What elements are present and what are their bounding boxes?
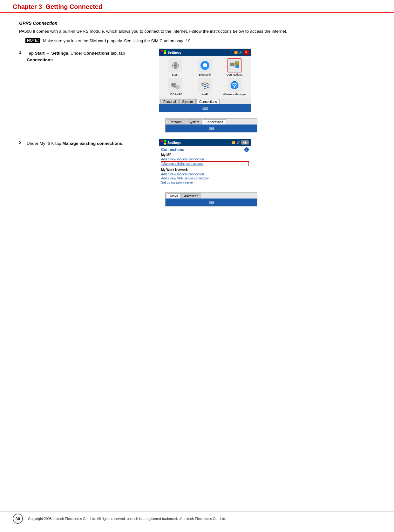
windows-flag-icon-2 <box>161 140 166 145</box>
note-label: NOTE: <box>25 38 40 43</box>
wm-conn-body: Connections ? My ISP Add a new modem con… <box>159 146 251 186</box>
step-2-text: Under My ISP, tap Manage existing connec… <box>27 139 149 186</box>
steps-container: 1. Tap Start → Settings. Under Connectio… <box>19 49 375 206</box>
beam-label: Beam <box>172 73 180 76</box>
wm-titlebar-right-1: 📶 🔊 ✕ <box>234 50 249 55</box>
footer-copyright: Copyright 2008 unitech Electronics Co., … <box>28 517 226 521</box>
svg-rect-27 <box>164 140 166 142</box>
step-2-row: 2. Under My ISP, tap Manage existing con… <box>19 139 375 186</box>
keyboard-icon: ⌨ <box>202 106 208 111</box>
manage-connections-link[interactable]: Manage existing connections <box>161 161 249 166</box>
wm-titlebar-left-1: Settings <box>161 50 181 55</box>
svg-point-25 <box>234 86 235 88</box>
signal-icon-2: 📶 <box>232 141 235 144</box>
signal-icon: 📶 <box>234 51 238 54</box>
wireless-manager-icon-item[interactable]: Wireless Manager <box>221 78 248 96</box>
chapter-title: Chapter 3 Getting Connected <box>13 3 102 10</box>
chapter-prefix: Chapter 3 <box>13 3 42 10</box>
tab-personal-mid[interactable]: Personal <box>167 119 185 125</box>
bluetooth-icon-box: ⬢ <box>198 58 212 72</box>
chapter-main-title: Getting Connected <box>45 3 102 10</box>
beam-icon <box>170 60 180 71</box>
wireless-manager-icon-box <box>228 78 241 92</box>
conn-title: Connections ? <box>161 147 249 152</box>
bluetooth-icon-item[interactable]: ⬢ Bluetooth <box>191 58 219 76</box>
tab-connections-mid[interactable]: Connections <box>203 119 226 125</box>
tab-tasks[interactable]: Tasks <box>167 193 181 199</box>
tab-connections[interactable]: Connections <box>196 99 220 104</box>
step-1-content: 1. Tap Start → Settings. Under Connectio… <box>19 49 375 112</box>
wifi-label: Wi-Fi <box>201 93 208 96</box>
wm-titlebar-left-2: Settings <box>161 140 181 145</box>
help-icon[interactable]: ? <box>244 147 249 152</box>
tab-system[interactable]: System <box>179 99 195 104</box>
svg-rect-11 <box>235 62 239 65</box>
step-1-text: Tap Start → Settings. Under Connections … <box>27 49 149 112</box>
svg-line-20 <box>174 87 177 87</box>
wm-blue-bar-mid: ⌨ <box>166 125 257 132</box>
bluetooth-label: Bluetooth <box>199 73 211 76</box>
wm-title-1: Settings <box>167 51 181 54</box>
speaker-icon: 🔊 <box>239 51 242 54</box>
usb-icon <box>170 80 180 90</box>
step-2-content: 2. Under My ISP, tap Manage existing con… <box>19 139 375 186</box>
wm-tabs-bar-bottom: Tasks Advanced <box>166 193 257 199</box>
wm-blue-bar-bottom: ⌨ <box>166 199 257 206</box>
tabs-only-screenshot: Personal System Connections ⌨ <box>165 118 257 132</box>
ok-button[interactable]: ok <box>241 140 249 145</box>
usb-label: USB to PC <box>169 93 183 96</box>
connections-icon-box <box>228 58 241 72</box>
usb-icon-item[interactable]: USB to PC <box>162 78 189 96</box>
work-section: My Work Network Add a new modem connecti… <box>161 168 249 185</box>
usb-icon-box <box>168 78 182 92</box>
wm-title-2: Settings <box>167 141 181 145</box>
step-2-number: 2. <box>19 139 25 186</box>
wm-blue-bar-1: ⌨ <box>159 105 251 112</box>
connections-screenshot: Settings 📶 🔊 ok Connections <box>159 139 251 186</box>
wm-tabs-bar-1: Personal System Connections <box>159 98 251 105</box>
connections-icon-item[interactable]: Connections <box>221 58 248 76</box>
tab-advanced[interactable]: Advanced <box>181 193 201 199</box>
middle-screenshot: Personal System Connections ⌨ <box>159 118 375 132</box>
svg-point-23 <box>208 87 208 88</box>
section-title: GPRS Connection <box>19 21 375 26</box>
note-text: Make sure you insert the SIM card proper… <box>43 38 191 44</box>
note-block: NOTE: Make sure you insert the SIM card … <box>25 38 375 44</box>
svg-rect-17 <box>174 84 175 85</box>
step-1-row: 1. Tap Start → Settings. Under Connectio… <box>19 49 375 112</box>
step-1-number: 1. <box>19 49 25 112</box>
svg-rect-26 <box>161 140 163 142</box>
svg-rect-29 <box>164 143 166 145</box>
beam-icon-box <box>168 58 182 72</box>
tab-system-mid[interactable]: System <box>186 119 202 125</box>
proxy-link[interactable]: Set up my proxy server <box>161 180 249 185</box>
svg-rect-0 <box>161 50 163 52</box>
beam-icon-item[interactable]: Beam <box>162 58 189 76</box>
bottom-screenshot-wrapper: Tasks Advanced ⌨ <box>159 192 375 206</box>
connections-section-title: Connections <box>161 147 184 152</box>
connections-icon <box>229 60 240 71</box>
wifi-icon-item[interactable]: Wi-Fi <box>191 78 219 96</box>
close-icon[interactable]: ✕ <box>244 50 249 55</box>
svg-rect-2 <box>161 52 163 54</box>
speaker-icon-2: 🔊 <box>236 141 240 144</box>
wm-titlebar-1: Settings 📶 🔊 ✕ <box>159 49 251 56</box>
svg-rect-3 <box>164 52 166 54</box>
add-modem-link[interactable]: Add a new modem connection <box>161 157 249 161</box>
add-modem-work-link[interactable]: Add a new modem connection <box>161 172 249 176</box>
wifi-icon <box>200 80 210 90</box>
wireless-manager-label: Wireless Manager <box>223 93 246 96</box>
svg-rect-10 <box>230 63 234 66</box>
add-vpn-link[interactable]: Add a new VPN server connection <box>161 176 249 180</box>
connections-label: Connections <box>227 73 242 76</box>
wm-tabs-bar-mid: Personal System Connections <box>166 119 257 125</box>
step-2-screenshot: Settings 📶 🔊 ok Connections <box>153 139 254 186</box>
svg-point-21 <box>204 88 206 89</box>
wifi-icon-box <box>198 78 212 92</box>
work-header: My Work Network <box>161 168 249 172</box>
wireless-manager-icon <box>229 80 240 90</box>
tab-personal[interactable]: Personal <box>160 99 179 104</box>
svg-rect-12 <box>236 65 239 68</box>
svg-rect-28 <box>161 143 163 145</box>
wm-titlebar-2: Settings 📶 🔊 ok <box>159 139 251 146</box>
